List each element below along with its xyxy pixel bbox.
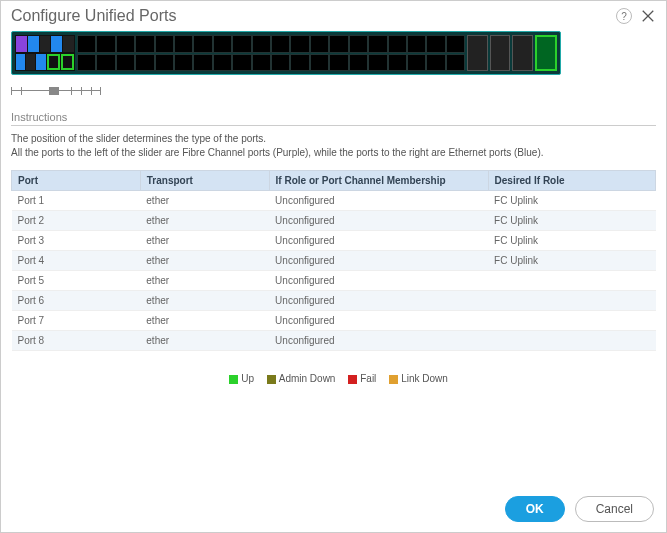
- dialog-header: Configure Unified Ports ?: [11, 7, 656, 25]
- cell-transport: ether: [140, 331, 269, 351]
- cell-port: Port 4: [12, 251, 141, 271]
- cell-port: Port 6: [12, 291, 141, 311]
- cell-role: Unconfigured: [269, 211, 488, 231]
- cell-role: Unconfigured: [269, 231, 488, 251]
- table-row[interactable]: Port 5etherUnconfigured: [12, 271, 656, 291]
- uplink-ports: [467, 35, 557, 71]
- switch-graphic: [11, 31, 561, 75]
- table-row[interactable]: Port 4etherUnconfiguredFC Uplink: [12, 251, 656, 271]
- cell-desired: FC Uplink: [488, 251, 655, 271]
- cell-transport: ether: [140, 231, 269, 251]
- instructions-text: The position of the slider determines th…: [11, 132, 656, 160]
- legend-swatch-link-down: [389, 375, 398, 384]
- cell-role: Unconfigured: [269, 251, 488, 271]
- cell-port: Port 8: [12, 331, 141, 351]
- cell-desired: [488, 331, 655, 351]
- cell-role: Unconfigured: [269, 271, 488, 291]
- instructions-line1: The position of the slider determines th…: [11, 132, 656, 146]
- table-row[interactable]: Port 8etherUnconfigured: [12, 331, 656, 351]
- cell-port: Port 5: [12, 271, 141, 291]
- cell-desired: FC Uplink: [488, 191, 655, 211]
- cell-desired: [488, 291, 655, 311]
- cell-transport: ether: [140, 191, 269, 211]
- col-transport[interactable]: Transport: [140, 171, 269, 191]
- cell-transport: ether: [140, 271, 269, 291]
- legend-swatch-up: [229, 375, 238, 384]
- cell-port: Port 7: [12, 311, 141, 331]
- legend-up: Up: [241, 373, 254, 384]
- legend-link-down: Link Down: [401, 373, 448, 384]
- cell-role: Unconfigured: [269, 291, 488, 311]
- table-row[interactable]: Port 7etherUnconfigured: [12, 311, 656, 331]
- slider-handle[interactable]: [49, 87, 59, 95]
- cell-port: Port 3: [12, 231, 141, 251]
- table-header-row: Port Transport If Role or Port Channel M…: [12, 171, 656, 191]
- cell-role: Unconfigured: [269, 191, 488, 211]
- table-row[interactable]: Port 6etherUnconfigured: [12, 291, 656, 311]
- cell-port: Port 1: [12, 191, 141, 211]
- instructions-label: Instructions: [11, 111, 656, 126]
- col-desired[interactable]: Desired If Role: [488, 171, 655, 191]
- legend-fail: Fail: [360, 373, 376, 384]
- port-type-slider[interactable]: [11, 85, 101, 97]
- cell-transport: ether: [140, 311, 269, 331]
- cell-desired: [488, 311, 655, 331]
- legend-swatch-fail: [348, 375, 357, 384]
- table-row[interactable]: Port 2etherUnconfiguredFC Uplink: [12, 211, 656, 231]
- table-row[interactable]: Port 1etherUnconfiguredFC Uplink: [12, 191, 656, 211]
- col-role[interactable]: If Role or Port Channel Membership: [269, 171, 488, 191]
- cell-port: Port 2: [12, 211, 141, 231]
- dialog-footer: OK Cancel: [505, 496, 654, 522]
- close-icon[interactable]: [640, 8, 656, 24]
- ports-table: Port Transport If Role or Port Channel M…: [11, 170, 656, 351]
- legend-swatch-admin-down: [267, 375, 276, 384]
- col-port[interactable]: Port: [12, 171, 141, 191]
- help-icon[interactable]: ?: [616, 8, 632, 24]
- port-bank: [77, 35, 465, 71]
- legend-admin-down: Admin Down: [279, 373, 336, 384]
- dialog-title: Configure Unified Ports: [11, 7, 616, 25]
- cell-transport: ether: [140, 251, 269, 271]
- ok-button[interactable]: OK: [505, 496, 565, 522]
- cancel-button[interactable]: Cancel: [575, 496, 654, 522]
- cell-transport: ether: [140, 291, 269, 311]
- table-row[interactable]: Port 3etherUnconfiguredFC Uplink: [12, 231, 656, 251]
- cell-desired: FC Uplink: [488, 231, 655, 251]
- cell-desired: FC Uplink: [488, 211, 655, 231]
- status-legend: Up Admin Down Fail Link Down: [11, 373, 656, 384]
- instructions-line2: All the ports to the left of the slider …: [11, 146, 656, 160]
- cell-desired: [488, 271, 655, 291]
- mgmt-ports: [15, 35, 75, 71]
- cell-role: Unconfigured: [269, 311, 488, 331]
- cell-role: Unconfigured: [269, 331, 488, 351]
- cell-transport: ether: [140, 211, 269, 231]
